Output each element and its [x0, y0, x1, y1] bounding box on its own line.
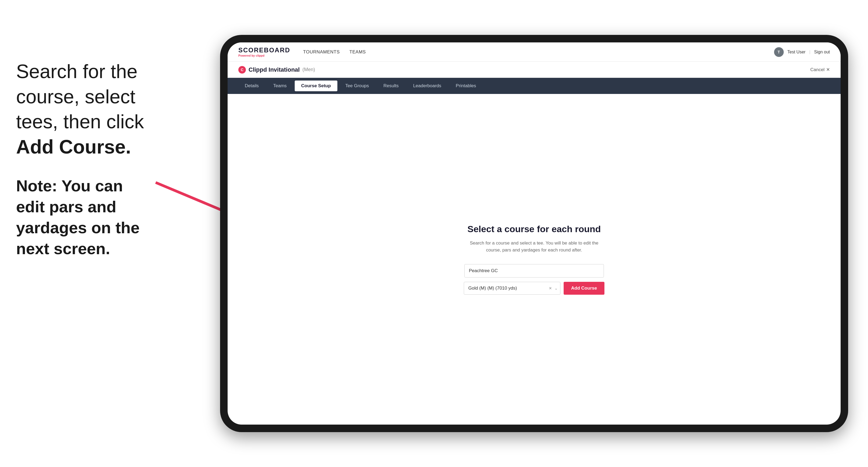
add-course-button[interactable]: Add Course: [564, 282, 604, 295]
top-nav: SCOREBOARD Powered by clippd TOURNAMENTS…: [227, 42, 841, 62]
nav-links: TOURNAMENTS TEAMS: [303, 50, 774, 55]
nav-tournaments[interactable]: TOURNAMENTS: [303, 50, 340, 55]
logo-sub: Powered by clippd: [238, 54, 290, 57]
user-avatar: T: [774, 47, 784, 57]
cancel-button[interactable]: Cancel ✕: [810, 67, 830, 72]
tab-course-setup[interactable]: Course Setup: [295, 81, 337, 91]
nav-teams[interactable]: TEAMS: [349, 50, 366, 55]
annotation-bold: Add Course.: [16, 136, 131, 158]
user-name: Test User: [787, 50, 806, 55]
user-area: T Test User | Sign out: [774, 47, 830, 57]
tournament-title-area: C Clippd Invitational (Men): [238, 66, 315, 73]
tee-select-row: Gold (M) (M) (7010 yds) × ⌄ Add Course: [464, 282, 604, 295]
note-label: Note:: [16, 177, 57, 195]
logo-area: SCOREBOARD Powered by clippd: [238, 47, 290, 57]
tab-bar: Details Teams Course Setup Tee Groups Re…: [227, 78, 841, 94]
main-content: Select a course for each round Search fo…: [227, 94, 841, 425]
course-card-description: Search for a course and select a tee. Yo…: [464, 240, 604, 253]
tournament-gender: (Men): [303, 67, 315, 72]
tee-clear-button[interactable]: ×: [549, 286, 552, 291]
tab-tee-groups[interactable]: Tee Groups: [339, 81, 375, 91]
tablet-device: SCOREBOARD Powered by clippd TOURNAMENTS…: [220, 35, 848, 432]
tab-printables[interactable]: Printables: [449, 81, 483, 91]
course-search-input[interactable]: [464, 264, 604, 278]
tournament-name: Clippd Invitational: [249, 66, 300, 73]
tab-details[interactable]: Details: [238, 81, 265, 91]
logo-text: SCOREBOARD: [238, 47, 290, 54]
tee-chevron-icon: ⌄: [555, 286, 558, 290]
tablet-screen: SCOREBOARD Powered by clippd TOURNAMENTS…: [227, 42, 841, 425]
tab-leaderboards[interactable]: Leaderboards: [407, 81, 448, 91]
annotation-main-text: Search for thecourse, selecttees, then c…: [16, 59, 156, 159]
annotation-area: Search for thecourse, selecttees, then c…: [0, 48, 172, 270]
annotation-note: Note: You can edit pars and yardages on …: [16, 176, 156, 259]
tab-teams[interactable]: Teams: [267, 81, 293, 91]
tee-select-wrapper: Gold (M) (M) (7010 yds) × ⌄: [464, 282, 560, 295]
tournament-icon: C: [238, 66, 246, 73]
tab-results[interactable]: Results: [377, 81, 405, 91]
course-card-title: Select a course for each round: [464, 224, 604, 234]
course-card: Select a course for each round Search fo…: [464, 224, 604, 295]
tee-select-display[interactable]: Gold (M) (M) (7010 yds): [464, 282, 560, 295]
pipe-separator: |: [809, 50, 810, 55]
sign-out-link[interactable]: Sign out: [814, 50, 830, 55]
tournament-header: C Clippd Invitational (Men) Cancel ✕: [227, 62, 841, 78]
